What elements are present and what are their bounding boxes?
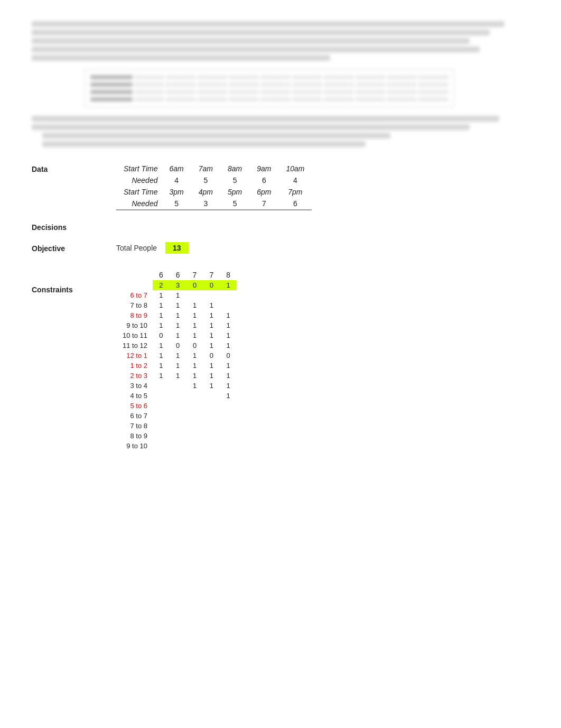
constraint-val-8-2: 1 xyxy=(186,371,203,381)
data-row-2-values: Needed 5 3 5 7 6 xyxy=(116,198,312,210)
constraints-col-header-1: 6 xyxy=(170,270,186,280)
constraint-val-6-4: 0 xyxy=(220,351,237,361)
constraint-val-13-3 xyxy=(203,421,220,431)
constraint-val-14-1 xyxy=(170,431,186,441)
constraint-val-3-1: 1 xyxy=(170,320,186,330)
constraint-val-10-1 xyxy=(170,391,186,401)
constraint-val-10-4: 1 xyxy=(220,391,237,401)
constraint-val-6-0: 1 xyxy=(153,351,170,361)
constraint-val-12-0 xyxy=(153,411,170,421)
constraint-val-8-0: 1 xyxy=(153,371,170,381)
constraint-val-10-2 xyxy=(186,391,203,401)
needed-label-2: Needed xyxy=(116,198,162,210)
blurred-intro xyxy=(32,21,529,147)
objective-row: Total People 13 xyxy=(116,242,529,254)
constraint-val-7-1: 1 xyxy=(170,361,186,371)
time-label-15: 9 to 10 xyxy=(116,441,153,451)
val-7pm: 6 xyxy=(278,198,312,210)
constraint-val-13-2 xyxy=(186,421,203,431)
constraints-time-row-9: 3 to 4111 xyxy=(116,381,237,391)
constraint-val-3-4: 1 xyxy=(220,320,237,330)
val-4pm: 3 xyxy=(191,198,220,210)
data-section: Data Start Time 6am 7am 8am 9am 10am Nee… xyxy=(32,163,529,210)
constraint-val-2-0: 1 xyxy=(153,310,170,320)
constraints-time-row-1: 7 to 81111 xyxy=(116,300,237,310)
constraint-val-10-0 xyxy=(153,391,170,401)
data-content: Start Time 6am 7am 8am 9am 10am Needed 4… xyxy=(116,163,529,210)
constraint-val-5-3: 1 xyxy=(203,340,220,351)
constraint-val-6-3: 0 xyxy=(203,351,220,361)
total-people-label: Total People xyxy=(116,244,157,252)
col-7pm: 7pm xyxy=(278,186,312,198)
objective-value: 13 xyxy=(165,242,189,254)
col-6pm: 6pm xyxy=(249,186,278,198)
val-6am: 4 xyxy=(162,174,191,186)
objective-section: Objective Total People 13 xyxy=(32,242,529,254)
col-9am: 9am xyxy=(249,163,278,174)
constraint-val-12-4 xyxy=(220,411,237,421)
constraint-val-4-2: 1 xyxy=(186,330,203,340)
val-7am: 5 xyxy=(191,174,220,186)
constraint-val-6-1: 1 xyxy=(170,351,186,361)
constraint-val-15-2 xyxy=(186,441,203,451)
val-6pm: 7 xyxy=(249,198,278,210)
constraint-val-0-2 xyxy=(186,290,203,300)
constraint-val-0-4 xyxy=(220,290,237,300)
constraint-val-0-0: 1 xyxy=(153,290,170,300)
col-3pm: 3pm xyxy=(162,186,191,198)
decisions-section: Decisions xyxy=(32,221,529,232)
constraints-time-row-3: 9 to 1011111 xyxy=(116,320,237,330)
time-label-11: 5 to 6 xyxy=(116,401,153,411)
constraints-hl-val-1: 3 xyxy=(170,280,186,290)
constraint-val-14-4 xyxy=(220,431,237,441)
start-time-label-2: Start Time xyxy=(116,186,162,198)
constraint-val-0-1: 1 xyxy=(170,290,186,300)
time-label-8: 2 to 3 xyxy=(116,371,153,381)
constraint-val-2-2: 1 xyxy=(186,310,203,320)
constraint-val-11-1 xyxy=(170,401,186,411)
constraints-time-row-8: 2 to 311111 xyxy=(116,371,237,381)
constraint-val-5-2: 0 xyxy=(186,340,203,351)
constraint-val-14-0 xyxy=(153,431,170,441)
constraint-val-11-2 xyxy=(186,401,203,411)
constraints-header-1: 66778 xyxy=(116,270,237,280)
constraint-val-12-2 xyxy=(186,411,203,421)
constraints-time-row-12: 6 to 7 xyxy=(116,411,237,421)
constraints-time-row-2: 8 to 911111 xyxy=(116,310,237,320)
constraints-time-row-4: 10 to 1101111 xyxy=(116,330,237,340)
constraint-val-7-0: 1 xyxy=(153,361,170,371)
constraints-time-row-11: 5 to 6 xyxy=(116,401,237,411)
time-label-5: 11 to 12 xyxy=(116,340,153,351)
time-label-3: 9 to 10 xyxy=(116,320,153,330)
constraints-col-header-2: 7 xyxy=(186,270,203,280)
constraint-val-7-4: 1 xyxy=(220,361,237,371)
constraint-val-13-4 xyxy=(220,421,237,431)
constraint-val-0-3 xyxy=(203,290,220,300)
decisions-label: Decisions xyxy=(32,221,116,232)
constraint-val-4-4: 1 xyxy=(220,330,237,340)
constraints-highlighted-row: 23001 xyxy=(116,280,237,290)
constraint-val-15-4 xyxy=(220,441,237,451)
constraints-hl-val-3: 0 xyxy=(203,280,220,290)
constraint-val-11-0 xyxy=(153,401,170,411)
constraints-time-row-5: 11 to 1210011 xyxy=(116,340,237,351)
col-10am: 10am xyxy=(278,163,312,174)
constraint-val-2-1: 1 xyxy=(170,310,186,320)
constraint-val-4-0: 0 xyxy=(153,330,170,340)
constraint-val-9-1 xyxy=(170,381,186,391)
constraints-section: Constraints 66778230016 to 7117 to 81111… xyxy=(32,270,529,451)
constraint-val-5-4: 1 xyxy=(220,340,237,351)
constraint-val-3-2: 1 xyxy=(186,320,203,330)
constraint-val-5-0: 1 xyxy=(153,340,170,351)
constraint-val-11-4 xyxy=(220,401,237,411)
data-row-1-values: Needed 4 5 5 6 4 xyxy=(116,174,312,186)
constraint-val-1-3: 1 xyxy=(203,300,220,310)
constraints-label: Constraints xyxy=(32,270,116,294)
constraint-val-12-1 xyxy=(170,411,186,421)
constraint-val-2-3: 1 xyxy=(203,310,220,320)
constraints-col-header-3: 7 xyxy=(203,270,220,280)
time-label-13: 7 to 8 xyxy=(116,421,153,431)
val-3pm: 5 xyxy=(162,198,191,210)
constraint-val-3-3: 1 xyxy=(203,320,220,330)
data-row-1-header: Start Time 6am 7am 8am 9am 10am xyxy=(116,163,312,174)
